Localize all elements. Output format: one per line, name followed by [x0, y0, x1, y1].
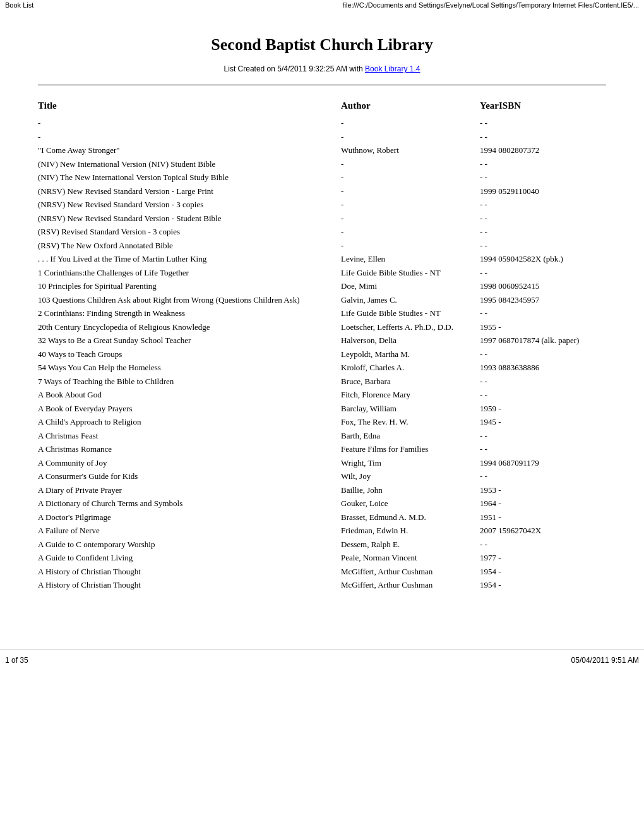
table-row: (NIV) The New International Version Topi…: [38, 171, 606, 184]
browser-right: file:///C:/Documents and Settings/Evelyn…: [342, 1, 639, 9]
cell-title: (NRSV) New Revised Standard Version - St…: [38, 212, 341, 225]
cell-yearisbn: - -: [480, 131, 606, 143]
cell-author: Gouker, Loice: [341, 497, 480, 510]
cell-title: 7 Ways of Teaching the Bible to Children: [38, 375, 341, 388]
table-row: (NRSV) New Revised Standard Version - St…: [38, 212, 606, 226]
cell-author: Bruce, Barbara: [341, 375, 480, 388]
cell-title: 54 Ways You Can Help the Homeless: [38, 361, 341, 374]
col-author: Author: [341, 100, 480, 111]
cell-yearisbn: 1964 -: [480, 497, 606, 510]
cell-yearisbn: - -: [480, 307, 606, 320]
table-row: (RSV) The New Oxford Annotated Bible - -…: [38, 239, 606, 253]
cell-title: A Book of Everyday Prayers: [38, 402, 341, 415]
cell-author: Leypoldt, Martha M.: [341, 348, 480, 361]
table-row: 40 Ways to Teach Groups Leypoldt, Martha…: [38, 348, 606, 361]
cell-author: Levine, Ellen: [341, 253, 480, 265]
cell-title: . . . If You Lived at the Time of Martin…: [38, 253, 341, 265]
cell-yearisbn: 1998 0060952415: [480, 280, 606, 293]
cell-author: Barclay, William: [341, 402, 480, 415]
cell-author: -: [341, 171, 480, 184]
table-row: A Dictionary of Church Terms and Symbols…: [38, 497, 606, 511]
page-container: Second Baptist Church Library List Creat…: [0, 10, 644, 630]
table-row: A Book of Everyday Prayers Barclay, Will…: [38, 402, 606, 416]
table-row: A Diary of Private Prayer Baillie, John …: [38, 483, 606, 497]
table-row: A Failure of Nerve Friedman, Edwin H. 20…: [38, 524, 606, 538]
footer: 1 of 35 05/04/2011 9:51 AM: [0, 649, 644, 667]
cell-title: A Doctor's Pilgrimage: [38, 511, 341, 524]
cell-yearisbn: 1994 0687091179: [480, 457, 606, 469]
cell-title: (NRSV) New Revised Standard Version - 3 …: [38, 198, 341, 211]
browser-bar: Book List file:///C:/Documents and Setti…: [0, 0, 644, 10]
cell-title: A Christmas Romance: [38, 443, 341, 456]
cell-yearisbn: - -: [480, 267, 606, 279]
cell-yearisbn: - -: [480, 538, 606, 551]
cell-yearisbn: - -: [480, 375, 606, 388]
cell-title: 2 Corinthians: Finding Strength in Weakn…: [38, 307, 341, 320]
table-row: A Book About God Fitch, Florence Mary - …: [38, 388, 606, 402]
col-yearisbn: YearISBN: [480, 100, 606, 111]
subtitle-pre: List Created on 5/4/2011 9:32:25 AM with: [224, 64, 365, 73]
cell-title: 20th Century Encyclopedia of Religious K…: [38, 321, 341, 334]
cell-title: (RSV) The New Oxford Annotated Bible: [38, 239, 341, 252]
cell-yearisbn: 1977 -: [480, 552, 606, 564]
cell-author: Friedman, Edwin H.: [341, 524, 480, 537]
cell-yearisbn: 1955 -: [480, 321, 606, 334]
page-title: Second Baptist Church Library: [38, 35, 606, 54]
cell-title: (NIV) New International Version (NIV) St…: [38, 158, 341, 171]
cell-author: Baillie, John: [341, 484, 480, 497]
cell-author: -: [341, 158, 480, 171]
footer-datetime: 05/04/2011 9:51 AM: [571, 656, 639, 665]
cell-yearisbn: 1953 -: [480, 484, 606, 497]
table-row: A Consurmer's Guide for Kids Wilt, Joy -…: [38, 469, 606, 483]
table-row: 20th Century Encyclopedia of Religious K…: [38, 320, 606, 334]
cell-yearisbn: 1951 -: [480, 511, 606, 524]
browser-left: Book List: [5, 1, 33, 9]
page-info: 1 of 35: [5, 656, 28, 665]
cell-yearisbn: - -: [480, 117, 606, 130]
cell-title: -: [38, 131, 341, 143]
cell-author: Galvin, James C.: [341, 294, 480, 306]
table-row: - - - -: [38, 116, 606, 130]
table-row: A Doctor's Pilgrimage Brasset, Edmund A.…: [38, 511, 606, 524]
cell-title: "I Come Away Stronger": [38, 144, 341, 157]
cell-author: Halverson, Delia: [341, 334, 480, 347]
cell-author: McGiffert, Arthur Cushman: [341, 579, 480, 591]
cell-yearisbn: - -: [480, 389, 606, 401]
table-header: Title Author YearISBN: [38, 97, 606, 114]
table-row: 32 Ways to Be a Great Sunday School Teac…: [38, 334, 606, 348]
table-row: 10 Principles for Spiritual Parenting Do…: [38, 279, 606, 293]
cell-title: 40 Ways to Teach Groups: [38, 348, 341, 361]
cell-author: -: [341, 226, 480, 238]
cell-yearisbn: - -: [480, 443, 606, 456]
cell-title: A Child's Approach to Religion: [38, 416, 341, 428]
cell-author: Loetscher, Lefferts A. Ph.D., D.D.: [341, 321, 480, 334]
cell-author: Life Guide Bible Studies - NT: [341, 267, 480, 279]
cell-author: Barth, Edna: [341, 430, 480, 442]
cell-yearisbn: - -: [480, 212, 606, 225]
table-row: (NIV) New International Version (NIV) St…: [38, 157, 606, 171]
cell-yearisbn: 1995 0842345957: [480, 294, 606, 306]
cell-title: A Dictionary of Church Terms and Symbols: [38, 497, 341, 510]
book-library-link[interactable]: Book Library 1.4: [365, 64, 420, 73]
cell-title: (NIV) The New International Version Topi…: [38, 171, 341, 184]
cell-title: A Christmas Feast: [38, 430, 341, 442]
cell-yearisbn: 1997 0687017874 (alk. paper): [480, 334, 606, 347]
cell-author: Feature Films for Families: [341, 443, 480, 456]
col-title: Title: [38, 100, 341, 111]
cell-yearisbn: - -: [480, 158, 606, 171]
cell-title: A Book About God: [38, 389, 341, 401]
table-row: 54 Ways You Can Help the Homeless Krolof…: [38, 361, 606, 375]
cell-title: A Guide to C ontemporary Worship: [38, 538, 341, 551]
cell-author: Fitch, Florence Mary: [341, 389, 480, 401]
cell-title: 10 Principles for Spiritual Parenting: [38, 280, 341, 293]
cell-yearisbn: 1994 059042582X (pbk.): [480, 253, 606, 265]
table-row: A Community of Joy Wright, Tim 1994 0687…: [38, 456, 606, 470]
cell-author: -: [341, 131, 480, 143]
cell-title: A Guide to Confident Living: [38, 552, 341, 564]
cell-author: Doe, Mimi: [341, 280, 480, 293]
cell-author: Life Guide Bible Studies - NT: [341, 307, 480, 320]
cell-title: A Community of Joy: [38, 457, 341, 469]
table-row: 1 Corinthians:the Challenges of Life Tog…: [38, 266, 606, 280]
cell-yearisbn: - -: [480, 226, 606, 238]
table-row: A Christmas Romance Feature Films for Fa…: [38, 442, 606, 456]
